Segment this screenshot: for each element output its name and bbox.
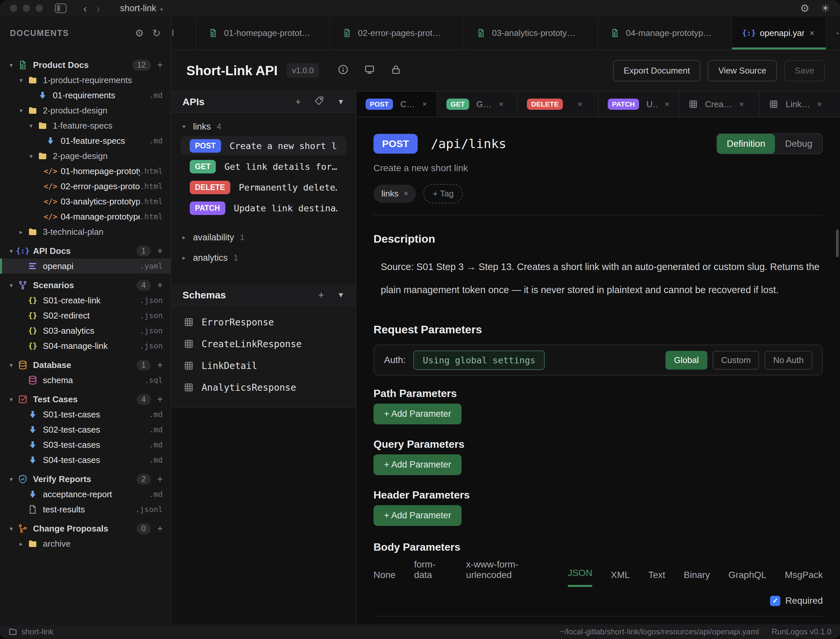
endpoint-tab-post-active[interactable]: POST C… × — [356, 92, 437, 117]
scrollbar-thumb[interactable] — [836, 229, 839, 257]
clipped-tab-fragment[interactable]: l — [171, 16, 196, 49]
more-tabs-icon[interactable]: ⋯ — [826, 16, 840, 49]
monitor-icon[interactable] — [364, 64, 375, 78]
body-type-form-data[interactable]: form-data — [414, 559, 448, 587]
minimize-window-button[interactable] — [23, 5, 30, 12]
chevron-down-icon[interactable]: ▾ — [25, 122, 37, 130]
tree-file[interactable]: </> 01-homepage-prototy… .html — [0, 164, 171, 179]
chevron-right-icon[interactable]: ▸ — [182, 234, 193, 241]
endpoint-tab-schema-link[interactable]: Link… × — [760, 92, 840, 117]
add-icon[interactable]: + — [157, 523, 163, 534]
close-icon[interactable]: × — [499, 100, 504, 109]
chevron-down-icon[interactable]: ▾ — [5, 61, 17, 69]
tab-04-manage[interactable]: 04-manage-prototyp… — [598, 16, 732, 49]
tree-file[interactable]: schema .sql — [0, 373, 171, 388]
sidebar-settings-icon[interactable]: ⚙ — [135, 27, 144, 39]
tree-file[interactable]: S04-test-cases .md — [0, 452, 171, 467]
schema-item-error-response[interactable]: ErrorResponse — [171, 311, 355, 333]
tree-file[interactable]: {} S02-redirect .json — [0, 308, 171, 323]
sidebar-refresh-icon[interactable]: ↻ — [152, 27, 161, 39]
required-checkbox[interactable]: ✓ — [770, 596, 780, 606]
tree-file[interactable]: {} S01-create-link .json — [0, 293, 171, 308]
chevron-down-icon[interactable]: ▾ — [15, 107, 27, 114]
endpoint-tab-delete[interactable]: DELETE × — [518, 92, 598, 117]
tree-folder[interactable]: ▾ 1-feature-specs — [0, 118, 171, 133]
lock-icon[interactable] — [390, 64, 402, 78]
chevron-down-icon[interactable]: ▾ — [5, 525, 17, 532]
tab-01-homepage[interactable]: 01-homepage-protot… — [196, 16, 330, 49]
schema-item-link-detail[interactable]: LinkDetail — [171, 355, 355, 377]
api-group-availability[interactable]: ▸ availability 1 — [171, 229, 355, 245]
add-path-parameter-button[interactable]: + Add Parameter — [373, 404, 462, 424]
tree-file[interactable]: 01-requirements .md — [0, 88, 171, 103]
tree-file[interactable]: </> 02-error-pages-proto… .html — [0, 179, 171, 194]
theme-sun-icon[interactable]: ☀ — [821, 2, 830, 14]
tree-file[interactable]: {} S03-analytics .json — [0, 323, 171, 338]
tree-file-openapi-selected[interactable]: openapi .yaml — [0, 259, 171, 274]
tree-folder[interactable]: ▸ archive — [0, 536, 171, 551]
chevron-down-icon[interactable]: ▾ — [5, 361, 17, 369]
close-icon[interactable]: × — [422, 100, 427, 109]
definition-tab[interactable]: Definition — [717, 134, 775, 154]
window-title-group[interactable]: short-link ▾ — [120, 3, 163, 14]
add-api-icon[interactable]: + — [295, 96, 301, 108]
close-icon[interactable]: × — [665, 100, 669, 109]
chevron-right-icon[interactable]: ▸ — [182, 254, 193, 261]
close-icon[interactable]: × — [577, 100, 582, 109]
tree-folder[interactable]: ▾ 2-product-design — [0, 103, 171, 118]
auth-noauth-button[interactable]: No Auth — [764, 351, 812, 370]
zoom-window-button[interactable] — [36, 5, 43, 12]
tree-section-api-docs[interactable]: ▾ {:} API Docs 1 + — [0, 243, 171, 259]
tree-file[interactable]: acceptance-report .md — [0, 487, 171, 502]
tree-file[interactable]: test-results .jsonl — [0, 502, 171, 517]
tree-folder[interactable]: ▸ 3-technical-plan — [0, 224, 171, 239]
tree-folder[interactable]: ▾ 2-page-design — [0, 148, 171, 164]
tree-section-test-cases[interactable]: ▾ Test Cases 4 + — [0, 392, 171, 407]
body-type-xml[interactable]: XML — [611, 570, 630, 587]
info-icon[interactable] — [338, 64, 349, 78]
filter-icon[interactable]: ▼ — [337, 98, 344, 106]
close-icon[interactable]: × — [817, 100, 822, 109]
api-group-links[interactable]: ▾ links 4 — [171, 119, 355, 135]
chevron-down-icon[interactable]: ▾ — [5, 281, 17, 289]
tag-icon[interactable] — [314, 96, 324, 108]
add-icon[interactable]: + — [157, 280, 163, 291]
add-icon[interactable]: + — [157, 474, 163, 484]
debug-tab[interactable]: Debug — [775, 134, 822, 154]
settings-gear-icon[interactable]: ⚙ — [800, 2, 810, 14]
schema-item-create-link-response[interactable]: CreateLinkResponse — [171, 333, 355, 355]
body-type-graphql[interactable]: GraphQL — [728, 570, 767, 587]
tree-file[interactable]: S01-test-cases .md — [0, 407, 171, 422]
tree-file[interactable]: S03-test-cases .md — [0, 437, 171, 452]
chevron-down-icon[interactable]: ▾ — [182, 123, 193, 130]
body-type-binary[interactable]: Binary — [684, 570, 710, 587]
chevron-down-icon[interactable]: ▾ — [5, 247, 17, 255]
add-header-parameter-button[interactable]: + Add Parameter — [373, 505, 462, 526]
add-icon[interactable]: + — [157, 246, 163, 256]
add-icon[interactable]: + — [157, 360, 163, 370]
auth-global-button[interactable]: Global — [665, 351, 708, 370]
endpoint-tab-schema-crea[interactable]: Crea… × — [679, 92, 760, 117]
tree-folder[interactable]: ▾ 1-product-requirements — [0, 73, 171, 88]
chevron-down-icon[interactable]: ▾ — [15, 76, 27, 84]
tab-03-analytics[interactable]: 03-analytics-prototy… — [464, 16, 598, 49]
close-icon[interactable]: × — [810, 28, 814, 38]
sidebar-toggle-icon[interactable] — [55, 3, 67, 13]
auth-custom-button[interactable]: Custom — [712, 351, 759, 370]
api-group-analytics[interactable]: ▸ analytics 1 — [171, 250, 355, 266]
body-type-text[interactable]: Text — [648, 570, 665, 587]
tree-file[interactable]: </> 03-analytics-prototype .html — [0, 194, 171, 209]
tab-02-error-pages[interactable]: 02-error-pages-prot… — [330, 16, 464, 49]
tree-section-verify-reports[interactable]: ▾ Verify Reports 2 + — [0, 472, 171, 487]
back-icon[interactable]: ‹ — [78, 2, 92, 15]
add-icon[interactable]: + — [157, 394, 163, 405]
remove-tag-icon[interactable]: × — [404, 189, 408, 198]
schema-item-analytics-response[interactable]: AnalyticsResponse — [171, 377, 355, 398]
endpoint-tab-get[interactable]: GET G… × — [437, 92, 518, 117]
body-type-msgpack[interactable]: MsgPack — [785, 570, 823, 587]
chevron-down-icon[interactable]: ▾ — [5, 396, 17, 403]
auth-value[interactable]: Using global settings — [413, 350, 544, 370]
export-document-button[interactable]: Export Document — [613, 60, 700, 81]
tree-section-database[interactable]: ▾ Database 1 + — [0, 358, 171, 373]
endpoint-tab-patch[interactable]: PATCH U… × — [598, 92, 679, 117]
